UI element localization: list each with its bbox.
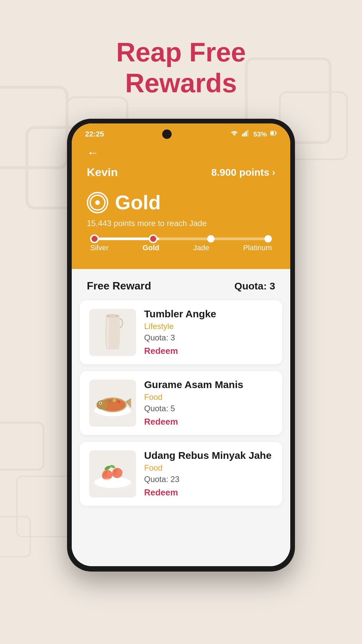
reward-category-1: Lifestyle <box>144 322 273 331</box>
status-bar: 22:25 5 <box>72 123 290 142</box>
dot-jade <box>207 235 215 243</box>
dot-silver <box>90 234 99 243</box>
svg-rect-16 <box>110 314 116 316</box>
reward-card-udang: Udang Rebus Minyak Jahe Food Quota: 23 R… <box>80 442 282 506</box>
reward-name-1: Tumbler Angke <box>144 308 273 320</box>
reward-info-tumbler: Tumbler Angke Lifestyle Quota: 3 Redeem <box>144 308 273 356</box>
redeem-button-3[interactable]: Redeem <box>144 487 273 498</box>
phone-screen: 22:25 5 <box>72 123 290 566</box>
label-platinum: Platinum <box>243 244 272 252</box>
svg-rect-0 <box>0 87 67 168</box>
svg-point-25 <box>117 400 120 403</box>
user-name: Kevin <box>87 166 118 179</box>
reward-info-gurame: Gurame Asam Manis Food Quota: 5 Redeem <box>144 379 273 427</box>
reward-category-3: Food <box>144 463 273 473</box>
reward-quota-3: Quota: 23 <box>144 475 273 484</box>
status-icons: 53% <box>230 130 277 139</box>
user-points-row: Kevin 8.900 points › <box>87 166 275 179</box>
label-gold: Gold <box>142 244 159 252</box>
time-display: 22:25 <box>85 130 104 139</box>
redeem-button-2[interactable]: Redeem <box>144 417 273 427</box>
battery-percentage: 53% <box>253 130 267 138</box>
redeem-button-1[interactable]: Redeem <box>144 346 273 356</box>
free-reward-header: Free Reward Quota: 3 <box>72 269 290 300</box>
free-reward-title: Free Reward <box>87 280 151 292</box>
page-title: Reap Free Rewards <box>116 37 246 99</box>
reward-category-2: Food <box>144 392 273 402</box>
reward-name-2: Gurame Asam Manis <box>144 379 273 390</box>
points-chevron: › <box>272 167 275 178</box>
reward-card-gurame: Gurame Asam Manis Food Quota: 5 Redeem <box>80 371 282 435</box>
svg-rect-8 <box>242 134 243 137</box>
back-button[interactable]: ← <box>87 146 99 160</box>
svg-point-21 <box>97 400 107 410</box>
tier-subtitle: 15.443 points more to reach Jade <box>87 219 275 228</box>
wifi-icon <box>230 130 239 139</box>
svg-rect-13 <box>276 132 277 134</box>
svg-point-26 <box>109 400 111 402</box>
reward-image-udang <box>89 450 136 497</box>
svg-point-31 <box>99 478 127 486</box>
reward-image-tumbler <box>89 309 136 356</box>
signal-icon <box>242 130 250 139</box>
reward-card-tumbler: Tumbler Angke Lifestyle Quota: 3 Redeem <box>80 300 282 364</box>
battery-icon <box>270 130 277 139</box>
reward-info-udang: Udang Rebus Minyak Jahe Food Quota: 23 R… <box>144 450 273 498</box>
dot-platinum <box>264 235 272 243</box>
progress-track <box>90 237 272 240</box>
progress-labels: Silver Gold Jade Platinum <box>90 244 272 252</box>
progress-dots <box>90 234 272 243</box>
svg-point-24 <box>113 399 116 402</box>
camera-hole <box>162 129 172 139</box>
reward-quota-1: Quota: 3 <box>144 333 273 342</box>
phone-frame: 22:25 5 <box>67 119 295 572</box>
svg-rect-11 <box>247 130 248 137</box>
reward-image-gurame <box>89 380 136 427</box>
rewards-list: Tumbler Angke Lifestyle Quota: 3 Redeem <box>72 300 290 519</box>
svg-rect-14 <box>271 132 274 135</box>
reward-name-3: Udang Rebus Minyak Jahe <box>144 450 273 461</box>
progress-container: Silver Gold Jade Platinum <box>87 237 275 252</box>
label-jade: Jade <box>193 244 209 252</box>
tier-row: Gold <box>87 191 275 214</box>
header-area: ← Kevin 8.900 points › Gold 15.443 point… <box>72 142 290 269</box>
svg-rect-9 <box>244 132 245 137</box>
svg-rect-5 <box>0 423 44 470</box>
tier-name: Gold <box>115 191 161 214</box>
label-silver: Silver <box>90 244 109 252</box>
svg-rect-10 <box>245 131 247 137</box>
quota-badge: Quota: 3 <box>234 280 275 292</box>
tier-icon <box>87 192 108 213</box>
points-link[interactable]: 8.900 points › <box>211 167 275 178</box>
svg-rect-7 <box>0 517 30 557</box>
reward-quota-2: Quota: 5 <box>144 404 273 413</box>
dot-gold <box>149 234 158 243</box>
content-area: Free Reward Quota: 3 <box>72 269 290 566</box>
svg-point-23 <box>100 402 101 404</box>
svg-point-30 <box>110 464 116 469</box>
